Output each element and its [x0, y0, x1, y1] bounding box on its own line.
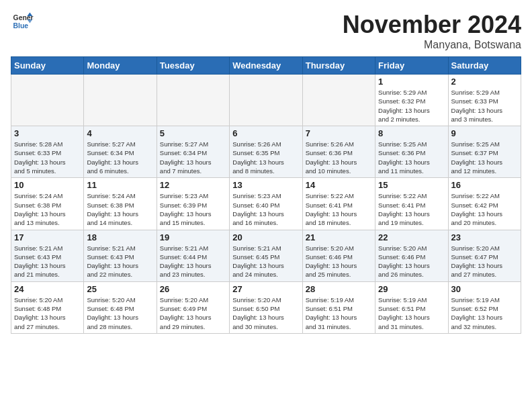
day-info: Sunrise: 5:19 AM Sunset: 6:51 PM Dayligh… [306, 295, 372, 331]
month-title: November 2024 [343, 11, 521, 39]
day-number: 8 [378, 128, 445, 138]
day-number: 1 [378, 77, 445, 87]
calendar-cell: 25Sunrise: 5:20 AM Sunset: 6:48 PM Dayli… [84, 281, 157, 333]
day-number: 30 [451, 284, 518, 294]
day-number: 25 [87, 284, 153, 294]
day-info: Sunrise: 5:29 AM Sunset: 6:32 PM Dayligh… [378, 88, 445, 124]
header: General Blue November 2024 Manyana, Bots… [11, 11, 521, 51]
day-number: 15 [378, 180, 445, 190]
day-number: 21 [306, 232, 372, 242]
day-number: 16 [451, 180, 518, 190]
day-number: 20 [232, 232, 299, 242]
weekday-header-cell: Monday [84, 57, 157, 75]
calendar-cell: 2Sunrise: 5:29 AM Sunset: 6:33 PM Daylig… [448, 75, 521, 126]
day-number: 2 [451, 77, 518, 87]
calendar-cell: 24Sunrise: 5:20 AM Sunset: 6:48 PM Dayli… [11, 281, 84, 333]
calendar-cell: 21Sunrise: 5:20 AM Sunset: 6:46 PM Dayli… [302, 230, 375, 281]
calendar-week-row: 1Sunrise: 5:29 AM Sunset: 6:32 PM Daylig… [11, 75, 521, 126]
day-info: Sunrise: 5:23 AM Sunset: 6:39 PM Dayligh… [160, 191, 226, 227]
day-info: Sunrise: 5:20 AM Sunset: 6:46 PM Dayligh… [306, 244, 372, 279]
calendar-cell: 1Sunrise: 5:29 AM Sunset: 6:32 PM Daylig… [375, 75, 448, 126]
day-info: Sunrise: 5:19 AM Sunset: 6:52 PM Dayligh… [451, 295, 518, 331]
day-number: 10 [14, 180, 81, 190]
day-number: 6 [232, 128, 299, 138]
calendar-cell: 9Sunrise: 5:25 AM Sunset: 6:37 PM Daylig… [448, 126, 521, 178]
day-number: 12 [160, 180, 226, 190]
day-info: Sunrise: 5:24 AM Sunset: 6:38 PM Dayligh… [87, 191, 153, 227]
calendar-cell: 17Sunrise: 5:21 AM Sunset: 6:43 PM Dayli… [11, 230, 84, 281]
calendar-cell [157, 75, 229, 126]
calendar-cell: 29Sunrise: 5:19 AM Sunset: 6:51 PM Dayli… [375, 281, 448, 333]
calendar-cell [230, 75, 302, 126]
day-number: 18 [87, 232, 153, 242]
day-number: 14 [306, 180, 372, 190]
weekday-header-cell: Sunday [11, 57, 84, 75]
day-info: Sunrise: 5:22 AM Sunset: 6:42 PM Dayligh… [451, 191, 518, 227]
day-info: Sunrise: 5:26 AM Sunset: 6:36 PM Dayligh… [306, 140, 372, 175]
calendar-cell: 20Sunrise: 5:21 AM Sunset: 6:45 PM Dayli… [230, 230, 302, 281]
day-number: 3 [14, 128, 81, 138]
weekday-header: SundayMondayTuesdayWednesdayThursdayFrid… [11, 57, 521, 75]
logo: General Blue [11, 11, 34, 35]
day-info: Sunrise: 5:21 AM Sunset: 6:43 PM Dayligh… [87, 244, 153, 279]
day-info: Sunrise: 5:22 AM Sunset: 6:41 PM Dayligh… [306, 191, 372, 227]
day-info: Sunrise: 5:28 AM Sunset: 6:33 PM Dayligh… [14, 140, 81, 175]
calendar-cell: 23Sunrise: 5:20 AM Sunset: 6:47 PM Dayli… [448, 230, 521, 281]
day-number: 28 [306, 284, 372, 294]
weekday-header-cell: Tuesday [157, 57, 229, 75]
calendar-cell: 28Sunrise: 5:19 AM Sunset: 6:51 PM Dayli… [302, 281, 375, 333]
day-number: 13 [232, 180, 299, 190]
calendar-cell: 30Sunrise: 5:19 AM Sunset: 6:52 PM Dayli… [448, 281, 521, 333]
calendar-cell: 11Sunrise: 5:24 AM Sunset: 6:38 PM Dayli… [84, 178, 157, 230]
day-number: 9 [451, 128, 518, 138]
day-info: Sunrise: 5:20 AM Sunset: 6:47 PM Dayligh… [451, 244, 518, 279]
day-info: Sunrise: 5:25 AM Sunset: 6:36 PM Dayligh… [378, 140, 445, 175]
calendar-cell [84, 75, 157, 126]
day-number: 24 [14, 284, 81, 294]
calendar-week-row: 3Sunrise: 5:28 AM Sunset: 6:33 PM Daylig… [11, 126, 521, 178]
title-area: November 2024 Manyana, Botswana [343, 11, 521, 51]
day-info: Sunrise: 5:21 AM Sunset: 6:44 PM Dayligh… [160, 244, 226, 279]
calendar-body: 1Sunrise: 5:29 AM Sunset: 6:32 PM Daylig… [11, 75, 521, 334]
calendar-cell [302, 75, 375, 126]
day-info: Sunrise: 5:25 AM Sunset: 6:37 PM Dayligh… [451, 140, 518, 175]
day-info: Sunrise: 5:20 AM Sunset: 6:48 PM Dayligh… [14, 295, 81, 331]
calendar-cell: 16Sunrise: 5:22 AM Sunset: 6:42 PM Dayli… [448, 178, 521, 230]
day-number: 17 [14, 232, 81, 242]
day-number: 23 [451, 232, 518, 242]
day-info: Sunrise: 5:27 AM Sunset: 6:34 PM Dayligh… [87, 140, 153, 175]
calendar: SundayMondayTuesdayWednesdayThursdayFrid… [11, 56, 521, 334]
day-number: 7 [306, 128, 372, 138]
calendar-week-row: 24Sunrise: 5:20 AM Sunset: 6:48 PM Dayli… [11, 281, 521, 333]
day-info: Sunrise: 5:27 AM Sunset: 6:34 PM Dayligh… [160, 140, 226, 175]
calendar-cell [11, 75, 84, 126]
day-info: Sunrise: 5:21 AM Sunset: 6:45 PM Dayligh… [232, 244, 299, 279]
calendar-cell: 5Sunrise: 5:27 AM Sunset: 6:34 PM Daylig… [157, 126, 229, 178]
day-info: Sunrise: 5:19 AM Sunset: 6:51 PM Dayligh… [378, 295, 445, 331]
day-info: Sunrise: 5:21 AM Sunset: 6:43 PM Dayligh… [14, 244, 81, 279]
day-number: 29 [378, 284, 445, 294]
calendar-cell: 6Sunrise: 5:26 AM Sunset: 6:35 PM Daylig… [230, 126, 302, 178]
day-info: Sunrise: 5:20 AM Sunset: 6:46 PM Dayligh… [378, 244, 445, 279]
day-info: Sunrise: 5:20 AM Sunset: 6:50 PM Dayligh… [232, 295, 299, 331]
logo-icon: General Blue [12, 11, 34, 32]
day-number: 4 [87, 128, 153, 138]
calendar-cell: 27Sunrise: 5:20 AM Sunset: 6:50 PM Dayli… [230, 281, 302, 333]
calendar-cell: 7Sunrise: 5:26 AM Sunset: 6:36 PM Daylig… [302, 126, 375, 178]
day-info: Sunrise: 5:24 AM Sunset: 6:38 PM Dayligh… [14, 191, 81, 227]
day-info: Sunrise: 5:22 AM Sunset: 6:41 PM Dayligh… [378, 191, 445, 227]
calendar-week-row: 17Sunrise: 5:21 AM Sunset: 6:43 PM Dayli… [11, 230, 521, 281]
weekday-header-cell: Saturday [448, 57, 521, 75]
day-info: Sunrise: 5:26 AM Sunset: 6:35 PM Dayligh… [232, 140, 299, 175]
calendar-cell: 26Sunrise: 5:20 AM Sunset: 6:49 PM Dayli… [157, 281, 229, 333]
day-number: 26 [160, 284, 226, 294]
weekday-header-cell: Thursday [302, 57, 375, 75]
weekday-header-cell: Friday [375, 57, 448, 75]
day-number: 5 [160, 128, 226, 138]
day-number: 22 [378, 232, 445, 242]
day-info: Sunrise: 5:29 AM Sunset: 6:33 PM Dayligh… [451, 88, 518, 124]
calendar-cell: 13Sunrise: 5:23 AM Sunset: 6:40 PM Dayli… [230, 178, 302, 230]
calendar-cell: 15Sunrise: 5:22 AM Sunset: 6:41 PM Dayli… [375, 178, 448, 230]
calendar-cell: 22Sunrise: 5:20 AM Sunset: 6:46 PM Dayli… [375, 230, 448, 281]
calendar-cell: 18Sunrise: 5:21 AM Sunset: 6:43 PM Dayli… [84, 230, 157, 281]
